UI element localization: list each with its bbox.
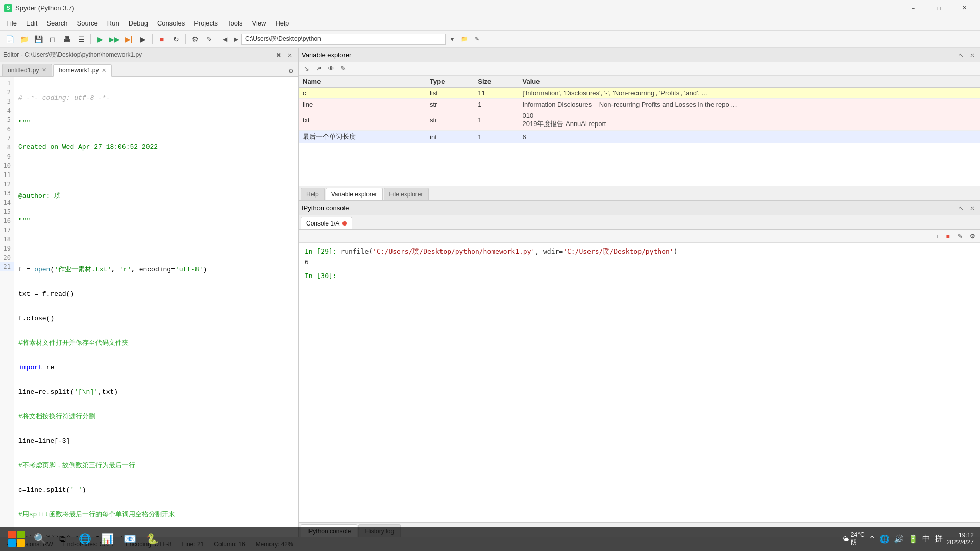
var-row-c[interactable]: c list 11 ['Information', 'Disclosures',… — [299, 88, 980, 99]
code-content[interactable]: # -*- coding: utf-8 -*- """ Created on W… — [14, 77, 298, 537]
restart-btn[interactable]: ↻ — [169, 33, 183, 46]
tab-file-explorer[interactable]: File explorer — [384, 188, 429, 200]
menu-help[interactable]: Help — [271, 18, 293, 29]
code-line-6: """ — [18, 216, 293, 226]
line-num-14: 14 — [0, 198, 14, 207]
stop-btn[interactable]: ■ — [155, 33, 168, 46]
print-btn[interactable]: 🖶 — [60, 33, 74, 46]
menu-edit[interactable]: Edit — [22, 18, 41, 29]
window-title: Spyder (Python 3.7) — [15, 4, 75, 12]
open-file-btn[interactable]: 📁 — [17, 33, 31, 46]
menu-search[interactable]: Search — [42, 18, 71, 29]
var-export-btn[interactable]: ↗ — [313, 63, 324, 74]
console-tab-1[interactable]: Console 1/A — [301, 217, 352, 229]
col-name[interactable]: Name — [299, 76, 426, 88]
menu-projects[interactable]: Projects — [190, 18, 222, 29]
tray-input-lang[interactable]: 中 — [922, 534, 930, 544]
var-import-btn[interactable]: ↘ — [301, 63, 312, 74]
taskbar-taskview[interactable]: ⧉ — [53, 530, 71, 548]
taskbar-mail[interactable]: 📧 — [120, 530, 139, 548]
editor-close-btn[interactable]: ⤫ — [285, 51, 295, 60]
tab-homework1-close[interactable]: ✕ — [102, 67, 106, 74]
var-row-lastword[interactable]: 最后一个单词长度 int 1 6 — [299, 131, 980, 143]
windows-logo — [8, 531, 24, 547]
var-expand-btn[interactable]: ↖ — [957, 51, 966, 60]
var-name-txt: txt — [299, 110, 426, 131]
tab-variable-explorer[interactable]: Variable explorer — [326, 188, 383, 200]
code-line-5: @author: 璞 — [18, 192, 293, 201]
run-btn[interactable]: ▶ — [93, 33, 107, 46]
menu-consoles[interactable]: Consoles — [153, 18, 189, 29]
editor-settings-btn[interactable]: ⚙ — [286, 67, 296, 76]
col-size[interactable]: Size — [474, 76, 518, 88]
menu-run[interactable]: Run — [103, 18, 124, 29]
save-all-btn[interactable]: ◻ — [46, 33, 59, 46]
tray-network[interactable]: 🌐 — [879, 534, 890, 544]
tab-homework1[interactable]: homework1.py ✕ — [53, 64, 112, 77]
console-close-btn[interactable]: ⤫ — [968, 204, 977, 213]
col-type[interactable]: Type — [426, 76, 474, 88]
code-editor[interactable]: 1 2 3 4 5 6 7 8 9 10 11 12 13 14 15 16 1… — [0, 77, 298, 537]
step-btn[interactable]: ▶ — [136, 33, 150, 46]
line-num-4: 4 — [0, 106, 14, 115]
line-num-20: 20 — [0, 253, 14, 262]
console-stop-btn[interactable]: ■ — [942, 231, 953, 242]
new-file-btn[interactable]: 📄 — [3, 33, 16, 46]
menu-source[interactable]: Source — [73, 18, 102, 29]
path-input[interactable] — [241, 34, 446, 45]
path-browse-btn[interactable]: 📁 — [459, 34, 470, 45]
col-value[interactable]: Value — [518, 76, 980, 88]
path-edit-btn[interactable]: ✎ — [471, 34, 482, 45]
console-output-area[interactable]: In [29]: runfile('C:/Users/璞/Desktop/pyt… — [299, 243, 980, 522]
tab-untitled1-close[interactable]: ✕ — [42, 67, 46, 73]
console-new-btn[interactable]: □ — [930, 231, 941, 242]
code-line-13: line=re.split('[\n]',txt) — [18, 388, 293, 397]
console-settings-btn[interactable]: ⚙ — [967, 231, 978, 242]
start-button[interactable] — [6, 529, 27, 549]
tray-battery[interactable]: 🔋 — [908, 534, 918, 544]
console-title: IPython console — [302, 204, 349, 212]
close-button[interactable]: ✕ — [952, 0, 976, 16]
maximize-button[interactable]: □ — [927, 0, 950, 16]
preferences-btn[interactable]: ✎ — [203, 33, 216, 46]
editor-expand-btn[interactable]: ✖ — [274, 51, 283, 60]
var-size-c: 11 — [474, 88, 518, 99]
var-close-btn[interactable]: ⤫ — [968, 51, 977, 60]
line-num-12: 12 — [0, 180, 14, 189]
tray-input-mode[interactable]: 拼 — [935, 534, 943, 544]
line-num-8: 8 — [0, 143, 14, 152]
taskbar-edge[interactable]: 🌐 — [76, 530, 94, 548]
menu-tools[interactable]: Tools — [223, 18, 247, 29]
menu-debug[interactable]: Debug — [125, 18, 152, 29]
tab-untitled1[interactable]: untitled1.py ✕ — [2, 64, 52, 76]
system-clock[interactable]: 19:12 2022/4/27 — [947, 532, 974, 546]
minimize-button[interactable]: − — [901, 0, 925, 16]
console-panel: IPython console ↖ ⤫ Console 1/A □ ■ ✎ ⚙ — [299, 201, 980, 537]
tray-chevron[interactable]: ⌃ — [869, 534, 875, 544]
path-forward-btn[interactable]: ▶ — [230, 34, 241, 45]
debug-btn[interactable]: ▶| — [122, 33, 135, 46]
taskbar-spyder[interactable]: 🐍 — [143, 530, 161, 548]
taskbar-office[interactable]: 📊 — [98, 530, 116, 548]
save-btn[interactable]: 💾 — [32, 33, 45, 46]
window-controls[interactable]: − □ ✕ — [901, 0, 976, 16]
var-row-txt[interactable]: txt str 1 0102019年度报告 AnnuAl report — [299, 110, 980, 131]
path-back-btn[interactable]: ◀ — [219, 34, 230, 45]
taskbar-search[interactable]: 🔍 — [31, 530, 49, 548]
tray-volume[interactable]: 🔊 — [894, 534, 904, 544]
var-edit-btn[interactable]: ✎ — [337, 63, 349, 74]
var-size-txt: 1 — [474, 110, 518, 131]
var-view-btn[interactable]: 👁 — [325, 63, 336, 74]
menu-file[interactable]: File — [2, 18, 21, 29]
find-btn[interactable]: ☰ — [75, 33, 88, 46]
console-edit-btn[interactable]: ✎ — [954, 231, 966, 242]
menu-view[interactable]: View — [248, 18, 270, 29]
var-row-line[interactable]: line str 1 Information Disclosures – Non… — [299, 99, 980, 110]
tab-help[interactable]: Help — [301, 188, 325, 200]
settings-btn[interactable]: ⚙ — [188, 33, 202, 46]
line-num-10: 10 — [0, 161, 14, 170]
console-expand-btn[interactable]: ↖ — [957, 204, 966, 213]
run-file-btn[interactable]: ▶▶ — [108, 33, 121, 46]
weather-widget: 🌥 24°C 阴 — [843, 531, 865, 547]
path-dropdown-btn[interactable]: ▼ — [447, 34, 458, 45]
